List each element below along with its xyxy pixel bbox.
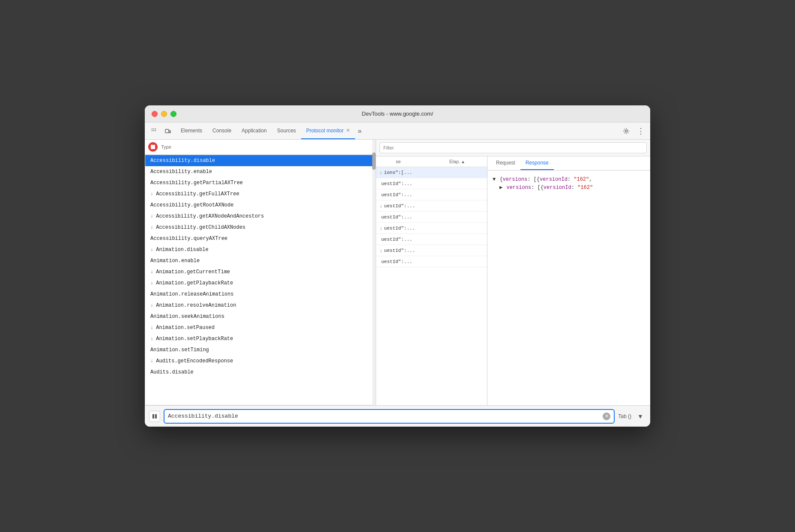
svg-rect-2 bbox=[155, 129, 156, 129]
command-input-wrapper: ✕ bbox=[164, 409, 615, 424]
autocomplete-item-acc-enable[interactable]: Accessibility.enable bbox=[145, 166, 375, 177]
minimize-button[interactable] bbox=[161, 111, 167, 117]
item-label: Accessibility.getFullAXTree bbox=[156, 191, 239, 197]
autocomplete-item-anim-enable[interactable]: Animation.enable bbox=[145, 255, 375, 266]
table-row[interactable]: uestId":... bbox=[376, 212, 487, 223]
row-response: ions":[... bbox=[384, 170, 484, 175]
autocomplete-item-anim-rate[interactable]: ↓ Animation.setPlaybackRate bbox=[145, 333, 375, 344]
table-row[interactable]: ↓ uestId":... bbox=[376, 200, 487, 212]
item-label: Animation.setPlaybackRate bbox=[156, 336, 233, 342]
item-label: Animation.releaseAnimations bbox=[150, 291, 233, 297]
autocomplete-item-anim-release[interactable]: Animation.releaseAnimations bbox=[145, 289, 375, 300]
table-row[interactable]: uestId":... bbox=[376, 234, 487, 245]
item-label: Animation.enable bbox=[150, 258, 200, 264]
table-row[interactable]: uestId":... bbox=[376, 256, 487, 267]
table-row[interactable]: uestId":... bbox=[376, 189, 487, 200]
tab-close-icon[interactable]: ✕ bbox=[346, 128, 350, 133]
toolbar-left bbox=[148, 125, 174, 137]
more-tabs-button[interactable]: » bbox=[355, 126, 364, 137]
arrow-icon: ↓ bbox=[150, 358, 153, 364]
clear-input-button[interactable]: ✕ bbox=[603, 412, 610, 420]
filter-input[interactable] bbox=[380, 142, 647, 153]
autocomplete-item-audit-encoded[interactable]: ↓ Audits.getEncodedResponse bbox=[145, 356, 375, 367]
scrollbar-track bbox=[372, 140, 376, 405]
main-content: Type Accessibility.disable Accessibility… bbox=[145, 140, 650, 405]
table-row[interactable]: ↓ uestId":... bbox=[376, 245, 487, 256]
row-arrow-icon: ↓ bbox=[380, 248, 383, 253]
arrow-icon: ↓ bbox=[150, 213, 153, 219]
run-button[interactable] bbox=[149, 411, 160, 422]
tab-console[interactable]: Console bbox=[207, 123, 236, 139]
autocomplete-item-acc-root[interactable]: Accessibility.getRootAXNode bbox=[145, 200, 375, 211]
autocomplete-item-acc-child[interactable]: ↓ Accessibility.getChildAXNodes bbox=[145, 222, 375, 233]
scrollbar-thumb[interactable] bbox=[372, 152, 376, 170]
item-label: Animation.setPaused bbox=[156, 325, 215, 331]
item-label: Accessibility.getRootAXNode bbox=[150, 202, 233, 208]
device-icon[interactable] bbox=[162, 125, 174, 137]
close-button[interactable] bbox=[152, 111, 158, 117]
arrow-icon: ↓ bbox=[150, 302, 153, 308]
table-row[interactable]: ↓ ions":[... bbox=[376, 167, 487, 178]
row-response: uestId":... bbox=[381, 181, 484, 186]
tab-application[interactable]: Application bbox=[236, 123, 272, 139]
item-label: Accessibility.getAXNodeAndAncestors bbox=[156, 213, 264, 219]
expand-icon[interactable]: ▶ bbox=[499, 185, 502, 191]
item-label: Audits.getEncodedResponse bbox=[156, 358, 233, 364]
detail-content: ▼ {versions: [{versionId: "162", ▶ versi… bbox=[487, 170, 650, 405]
elapsed-col-header: Elap. ▲ bbox=[449, 159, 484, 164]
autocomplete-item-anim-playback[interactable]: ↓ Animation.getPlaybackRate bbox=[145, 278, 375, 289]
autocomplete-item-anim-resolve[interactable]: ↓ Animation.resolveAnimation bbox=[145, 300, 375, 311]
autocomplete-item-acc-ancestors[interactable]: ↓ Accessibility.getAXNodeAndAncestors bbox=[145, 211, 375, 222]
autocomplete-item-anim-seek[interactable]: Animation.seekAnimations bbox=[145, 311, 375, 322]
autocomplete-panel: Type Accessibility.disable Accessibility… bbox=[145, 140, 376, 405]
svg-point-8 bbox=[625, 130, 628, 132]
autocomplete-item-audit-disable[interactable]: Audits.disable bbox=[145, 367, 375, 378]
item-label: Audits.disable bbox=[150, 369, 194, 375]
window-title: DevTools - www.google.com/ bbox=[362, 111, 433, 117]
arrow-icon: ↓ bbox=[150, 191, 153, 197]
autocomplete-item-anim-disable[interactable]: ↓ Animation.disable bbox=[145, 244, 375, 255]
stop-button[interactable] bbox=[148, 142, 158, 152]
maximize-button[interactable] bbox=[170, 111, 176, 117]
arrow-icon: ↓ bbox=[150, 269, 153, 275]
svg-rect-1 bbox=[153, 129, 154, 129]
autocomplete-item-acc-query[interactable]: Accessibility.queryAXTree bbox=[145, 233, 375, 244]
autocomplete-item-anim-timing[interactable]: Animation.setTiming bbox=[145, 344, 375, 356]
row-arrow-icon: ↓ bbox=[380, 203, 383, 209]
response-col-header: se bbox=[396, 159, 446, 164]
tab-response[interactable]: Response bbox=[520, 156, 554, 170]
inspect-icon[interactable] bbox=[148, 125, 160, 137]
tab-hint: Tab () bbox=[618, 413, 631, 419]
item-label: Animation.disable bbox=[156, 247, 208, 253]
command-input[interactable] bbox=[168, 413, 603, 419]
tab-request[interactable]: Request bbox=[491, 156, 520, 170]
title-bar: DevTools - www.google.com/ bbox=[145, 105, 650, 123]
tab-protocol-monitor[interactable]: Protocol monitor ✕ bbox=[301, 123, 355, 139]
tab-sources[interactable]: Sources bbox=[272, 123, 301, 139]
autocomplete-item-anim-current[interactable]: ↓ Animation.getCurrentTime bbox=[145, 266, 375, 278]
tab-elements[interactable]: Elements bbox=[176, 123, 207, 139]
devtools-window: DevTools - www.google.com/ bbox=[145, 105, 650, 427]
autocomplete-item-anim-paused[interactable]: ↓ Animation.setPaused bbox=[145, 322, 375, 333]
expand-icon[interactable]: ▼ bbox=[493, 176, 496, 182]
row-response: uestId":... bbox=[381, 237, 484, 242]
svg-rect-0 bbox=[152, 129, 152, 129]
more-options-icon[interactable]: ⋮ bbox=[635, 125, 647, 137]
item-label: Animation.getCurrentTime bbox=[156, 269, 230, 275]
right-panel-content: se Elap. ▲ ↓ ions":[... uestId":... bbox=[376, 156, 650, 405]
autocomplete-item-acc-partial[interactable]: Accessibility.getPartialAXTree bbox=[145, 177, 375, 188]
autocomplete-item-acc-disable[interactable]: Accessibility.disable bbox=[145, 155, 375, 166]
chevron-down-icon[interactable]: ▼ bbox=[635, 411, 646, 422]
svg-rect-3 bbox=[152, 130, 152, 131]
table-row[interactable]: uestId":... bbox=[376, 178, 487, 189]
table-row[interactable]: ↓ uestId":... bbox=[376, 223, 487, 234]
row-response: uestId":... bbox=[381, 259, 484, 264]
item-label: Accessibility.getPartialAXTree bbox=[150, 180, 243, 186]
row-arrow-icon: ↓ bbox=[380, 226, 383, 231]
autocomplete-item-acc-full[interactable]: ↓ Accessibility.getFullAXTree bbox=[145, 188, 375, 200]
arrow-icon: ↓ bbox=[150, 325, 153, 331]
table-rows: ↓ ions":[... uestId":... uestId":... bbox=[376, 167, 487, 405]
svg-rect-9 bbox=[152, 414, 154, 418]
row-arrow-icon: ↓ bbox=[380, 170, 383, 175]
settings-icon[interactable] bbox=[620, 125, 632, 137]
